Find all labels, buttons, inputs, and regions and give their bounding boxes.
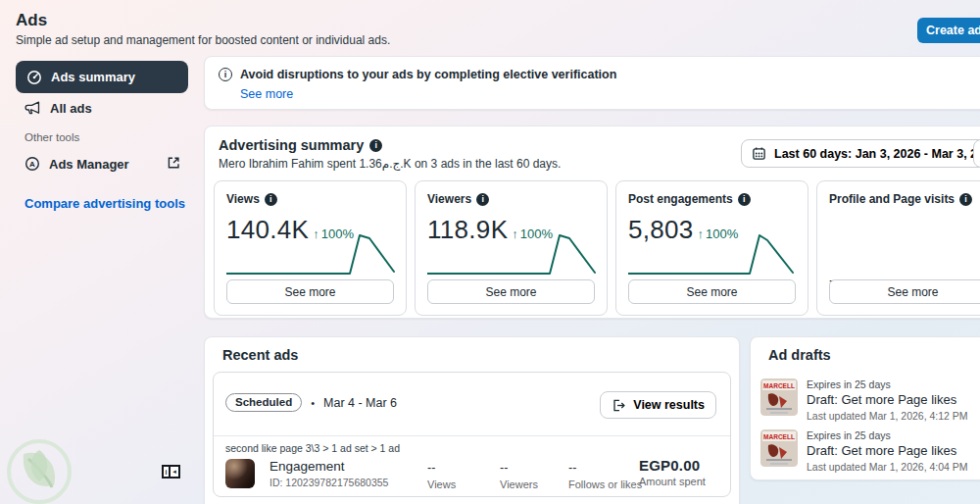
ad-name: Engagement [270, 459, 345, 474]
stat-follows: -- Follows or likes [568, 461, 642, 490]
separator-dot: • [311, 397, 315, 409]
banner-see-more-link[interactable]: See more [240, 87, 293, 101]
info-filled-icon [369, 139, 382, 152]
secondary-filter-button-partial[interactable] [973, 139, 980, 168]
campaign-breadcrumb: second like page 3\3 > 1 ad set > 1 ad [225, 442, 400, 454]
view-results-button[interactable]: View results [600, 391, 716, 419]
divider [214, 435, 730, 436]
status-badge: Scheduled [225, 393, 302, 412]
view-results-label: View results [633, 398, 705, 412]
other-tools-label: Other tools [24, 131, 79, 143]
input-method-indicator [162, 465, 180, 479]
metric-card-views: Views 140.4K ↑100% See more [214, 180, 407, 316]
draft-thumbnail: MARCELL [760, 429, 798, 467]
stat-label: Views [427, 479, 456, 490]
info-outline-icon [219, 68, 232, 81]
sidebar-item-ads-summary[interactable]: Ads summary [16, 61, 188, 93]
sidebar-item-all-ads[interactable]: All ads [24, 98, 92, 118]
view-results-icon [612, 398, 626, 413]
advertising-summary-section: Advertising summary Mero Ibrahim Fahim s… [204, 126, 980, 319]
metric-card-profile-page-visits: Profile and Page visits -- See more [816, 180, 980, 316]
info-filled-icon [738, 193, 751, 206]
draft-expires: Expires in 25 days [807, 378, 968, 390]
metric-card-viewers: Viewers 118.9K ↑100% See more [415, 180, 608, 316]
draft-thumbnail: MARCELL [760, 378, 798, 416]
info-filled-icon [476, 193, 489, 206]
metric-label: Profile and Page visits [829, 192, 955, 206]
ad-thumbnail [225, 459, 255, 488]
draft-updated: Last updated Mar 1, 2026, 4:04 PM [807, 461, 968, 473]
watermark-logo: حسـل [0, 432, 86, 504]
svg-text:A: A [29, 160, 35, 169]
draft-title: Draft: Get more Page likes [807, 392, 968, 407]
page-title: Ads [16, 11, 47, 30]
metric-label: Viewers [427, 192, 471, 206]
views-see-more-button[interactable]: See more [226, 279, 394, 304]
verification-banner: Avoid disruptions to your ads by complet… [204, 56, 980, 110]
stat-value: -- [500, 461, 538, 475]
external-link-icon [166, 155, 181, 171]
draft-expires: Expires in 25 days [807, 429, 968, 441]
svg-text:MARCELL: MARCELL [763, 433, 795, 440]
stat-views: -- Views [427, 461, 456, 490]
advertising-summary-title: Advertising summary [219, 137, 364, 153]
date-range-label: Last 60 days: Jan 3, 2026 - Mar 3, 2026 [774, 147, 980, 161]
metric-card-post-engagements: Post engagements 5,803 ↑100% See more [615, 180, 808, 316]
page-subtitle: Simple ad setup and management for boost… [16, 33, 390, 47]
info-filled-icon [959, 193, 972, 206]
megaphone-icon [24, 100, 41, 116]
ad-date-range: Mar 4 - Mar 6 [323, 396, 397, 410]
stat-label: Follows or likes [568, 479, 642, 490]
stat-viewers: -- Viewers [500, 461, 538, 490]
banner-title: Avoid disruptions to your ads by complet… [240, 68, 616, 81]
draft-updated: Last updated Mar 1, 2026, 4:12 PM [807, 410, 968, 422]
ads-page: Ads Simple ad setup and management for b… [0, 0, 980, 504]
recent-ad-group: Scheduled • Mar 4 - Mar 6 View results s… [213, 372, 731, 497]
stat-value: -- [427, 461, 456, 475]
draft-title: Draft: Get more Page likes [807, 443, 968, 458]
post-engagements-sparkline [628, 230, 798, 277]
stat-amount-spent: EGP0.00 Amount spent [639, 457, 706, 487]
draft-item[interactable]: MARCELL Expires in 25 days Draft: Get mo… [760, 429, 968, 473]
spend-summary-text: Mero Ibrahim Fahim spent 1.36ج.م.K on 3 … [219, 157, 561, 171]
ad-id: ID: 120239782175680355 [270, 477, 388, 488]
ad-drafts-section: Ad drafts MARCELL Expires in 25 days Dra… [750, 336, 980, 480]
sidebar-item-ads-manager[interactable]: A Ads Manager [24, 154, 167, 174]
metric-label: Views [226, 192, 260, 206]
viewers-see-more-button[interactable]: See more [427, 279, 595, 304]
compare-advertising-tools-link[interactable]: Compare advertising tools [24, 196, 185, 211]
stat-label: Viewers [500, 479, 538, 490]
stat-label: Amount spent [639, 476, 706, 487]
profile-visits-see-more-button[interactable]: See more [829, 279, 980, 304]
views-sparkline [226, 230, 396, 277]
circled-a-icon: A [24, 156, 40, 172]
info-filled-icon [265, 193, 277, 206]
metric-label: Post engagements [628, 192, 733, 206]
draft-item[interactable]: MARCELL Expires in 25 days Draft: Get mo… [760, 378, 968, 422]
metric-cards-row: Views 140.4K ↑100% See more Viewers 118.… [214, 180, 980, 316]
speedometer-icon [26, 70, 42, 85]
sidebar-item-label: Ads Manager [49, 157, 129, 172]
date-range-filter[interactable]: Last 60 days: Jan 3, 2026 - Mar 3, 2026 [741, 139, 980, 168]
create-ad-button[interactable]: Create ad [917, 18, 980, 43]
sidebar-item-label: Ads summary [51, 70, 135, 84]
recent-ads-section: Recent ads Scheduled • Mar 4 - Mar 6 Vie… [204, 336, 740, 504]
stat-value: EGP0.00 [639, 457, 706, 474]
sidebar-item-label: All ads [50, 101, 92, 116]
svg-text:MARCELL: MARCELL [763, 382, 795, 389]
ad-drafts-title: Ad drafts [768, 347, 831, 363]
recent-ads-title: Recent ads [222, 347, 298, 363]
stat-value: -- [568, 461, 642, 475]
viewers-sparkline [427, 230, 597, 277]
post-engagements-see-more-button[interactable]: See more [628, 279, 796, 304]
calendar-icon [752, 146, 766, 161]
